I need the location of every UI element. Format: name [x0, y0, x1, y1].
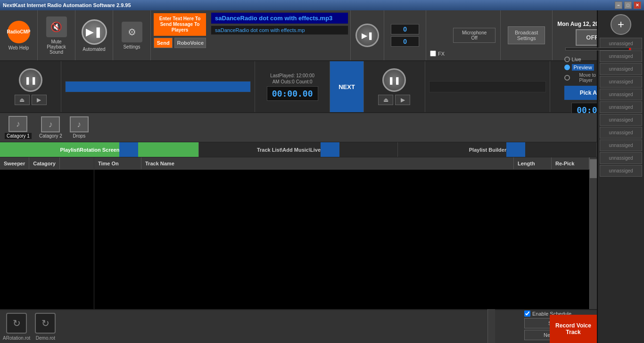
repick-col-header: Re-Pick — [552, 157, 589, 169]
drops-icon-box: ♪ — [70, 116, 89, 132]
preview-radio-dot — [564, 65, 570, 70]
enable-schedule-checkbox[interactable] — [524, 310, 530, 317]
right-panel: + unnassiged unnassiged unnassiged unnas… — [597, 10, 644, 343]
live-radio-dot — [564, 57, 570, 62]
unassigned-slot-11[interactable]: unnassiged — [600, 165, 642, 177]
track-header: Time On Track Name Length Re-Pick — [94, 157, 589, 170]
time-on-col-header: Time On — [94, 157, 141, 169]
player-info-panel: LastPlayed: 12:00:00 AM Outs:0 Count:0 0… — [255, 61, 330, 112]
radiocmp-button[interactable]: RadioCMP Web Help — [0, 10, 38, 60]
mute-button[interactable]: 🔇 Mute Playback Sound — [38, 10, 75, 60]
bottom-scrollbar[interactable] — [487, 309, 495, 343]
am-outs-label: AM Outs:0 Count:0 — [272, 79, 313, 84]
track-name-col-header: Track Name — [141, 157, 514, 169]
mute-label: Mute Playback Sound — [47, 39, 66, 55]
drops-icon[interactable]: ♪ Drops — [70, 116, 89, 139]
left-progress-bar — [65, 81, 251, 92]
tab-2-indicator — [506, 142, 525, 157]
table-scrollbar[interactable] — [589, 157, 597, 309]
microphone-button[interactable]: Microphone Off — [453, 28, 495, 43]
right-eject-row: ⏏ ▶ — [378, 95, 410, 105]
rotation-file-2[interactable]: ↻ Demo.rot — [35, 313, 56, 341]
counter-1: 0 — [391, 24, 419, 34]
toolbar: RadioCMP Web Help 🔇 Mute Playback Sound … — [0, 10, 644, 61]
main-play-pause-button[interactable]: ▶❚ — [355, 24, 379, 47]
right-eject-button[interactable]: ⏏ — [378, 95, 393, 105]
category-2-icon[interactable]: ♪ Catagory 2 — [39, 116, 62, 139]
category-2-label: Catagory 2 — [39, 133, 62, 139]
track-body — [94, 170, 589, 309]
window-controls: − □ ✕ — [615, 1, 641, 9]
now-playing-area: saDanceRadio dot com with effects.mp3 sa… — [209, 10, 350, 60]
settings-icon: ⚙ — [122, 22, 142, 42]
close-button[interactable]: ✕ — [634, 1, 641, 9]
mute-icon: 🔇 — [46, 16, 67, 37]
tab-bar: Playlist\Rotation Screen Track List\Add … — [0, 142, 597, 157]
unassigned-slot-10[interactable]: unnassiged — [600, 152, 642, 164]
settings-button[interactable]: ⚙ Settings — [113, 10, 151, 60]
unassigned-slot-3[interactable]: unnassiged — [600, 63, 642, 75]
next-button[interactable]: NEXT — [330, 61, 363, 112]
automated-button[interactable]: ▶❚ Automated — [75, 10, 113, 60]
tab-0-indicator — [119, 142, 138, 157]
right-player: ❚❚ ⏏ ▶ — [363, 61, 550, 112]
tab-playlist-rotation[interactable]: Playlist\Rotation Screen — [0, 142, 199, 157]
left-player-progress — [61, 61, 255, 112]
category-1-icon[interactable]: ♪ Catagory 1 — [5, 116, 32, 139]
message-text-display[interactable]: Enter Text Here To Send Message To Playe… — [154, 13, 206, 36]
track-scrolling: saDanceRadio dot com with effects.mp — [211, 25, 348, 35]
playlist-table: Sweeper Catagory Time On Track Name Leng… — [0, 157, 597, 309]
track-title: saDanceRadio dot com with effects.mp3 — [211, 12, 348, 24]
fx-checkbox[interactable] — [430, 50, 436, 57]
off-air-progress — [565, 48, 631, 50]
category-icons-row: ♪ Catagory 1 ♪ Catagory 2 ♪ Drops — [0, 113, 597, 142]
right-player-progress — [425, 61, 550, 112]
unassigned-slot-4[interactable]: unnassiged — [600, 76, 642, 88]
left-stop-button[interactable]: ▶ — [32, 95, 47, 105]
broadcast-area: Broadcast Settings — [501, 10, 553, 60]
fx-label: FX — [438, 51, 445, 57]
live-label: Live — [572, 57, 581, 62]
category-1-label: Catagory 1 — [5, 133, 32, 139]
unassigned-slot-6[interactable]: unnassiged — [600, 101, 642, 113]
record-voice-track-button[interactable]: Record Voice Track — [550, 315, 597, 343]
bottom-bar: ↻ ARotation.rot ↻ Demo.rot Enable Schedu… — [0, 309, 597, 343]
track-panel: Time On Track Name Length Re-Pick — [94, 157, 589, 309]
rotation-file-1[interactable]: ↻ ARotation.rot — [3, 313, 30, 341]
tab-1-indicator — [321, 142, 339, 157]
minimize-button[interactable]: − — [615, 1, 622, 9]
right-player-controls: ❚❚ ⏏ ▶ — [364, 61, 425, 112]
left-eject-row: ⏏ ▶ — [15, 95, 47, 105]
tab-playlist-builder[interactable]: Playlist Builder — [398, 142, 597, 157]
unassigned-slot-2[interactable]: unnassiged — [600, 50, 642, 62]
message-area: Enter Text Here To Send Message To Playe… — [151, 10, 209, 60]
add-player-button[interactable]: + — [611, 14, 631, 35]
tab-tracklist[interactable]: Track List\Add Music\Live — [199, 142, 398, 157]
unassigned-slot-9[interactable]: unnassiged — [600, 139, 642, 151]
left-eject-button[interactable]: ⏏ — [15, 95, 30, 105]
automated-play-icon: ▶❚ — [82, 19, 107, 45]
restore-button[interactable]: □ — [624, 1, 632, 9]
titlebar: NextKast Internet Radio Automation Softw… — [0, 0, 644, 10]
main-content: ♪ Catagory 1 ♪ Catagory 2 ♪ Drops Playli… — [0, 113, 644, 343]
counter-2: 0 — [391, 36, 419, 47]
unassigned-slot-7[interactable]: unnassiged — [600, 114, 642, 126]
settings-label: Settings — [123, 44, 140, 49]
unassigned-slot-8[interactable]: unnassiged — [600, 127, 642, 139]
content-panel: ♪ Catagory 1 ♪ Catagory 2 ♪ Drops Playli… — [0, 113, 597, 343]
scroll-thumb[interactable] — [590, 159, 597, 178]
right-play-pause-button[interactable]: ❚❚ — [382, 68, 406, 92]
counters-area: 0 0 — [384, 10, 426, 60]
broadcast-settings-button[interactable]: Broadcast Settings — [508, 26, 545, 44]
send-button[interactable]: Send — [154, 38, 173, 48]
unassigned-slot-5[interactable]: unnassiged — [600, 89, 642, 100]
radiocmp-icon: RadioCMP — [8, 21, 30, 43]
category-1-icon-box: ♪ — [8, 116, 27, 132]
webhelp-label: Web Help — [8, 45, 29, 50]
sweeper-header: Sweeper Catagory — [0, 157, 94, 170]
left-play-pause-button[interactable]: ❚❚ — [19, 68, 42, 92]
category-col-header: Catagory — [29, 157, 60, 169]
right-stop-button[interactable]: ▶ — [395, 95, 410, 105]
move-radio-dot — [564, 75, 570, 81]
robovoice-button[interactable]: RoboVoice — [174, 38, 206, 48]
